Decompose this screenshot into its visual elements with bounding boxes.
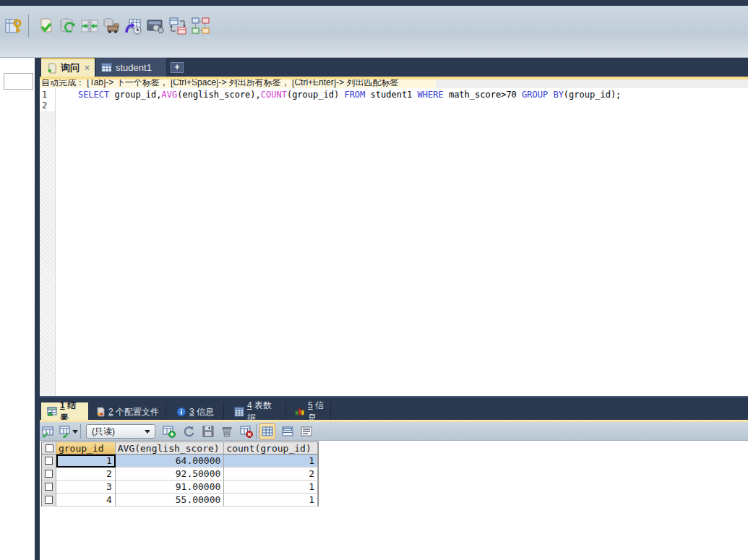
row-select-cell[interactable]: [42, 481, 56, 494]
export-dropdown-caret-icon[interactable]: [72, 430, 78, 434]
result-tab-table-data[interactable]: 4 表数据: [228, 402, 286, 421]
select-all-cell[interactable]: [42, 442, 56, 454]
export-resultset-button[interactable]: [41, 425, 54, 438]
sql-token: WHERE: [418, 90, 444, 100]
schema-sync-icon: [168, 17, 187, 35]
backup-database-icon: [102, 17, 121, 35]
panel-splitter[interactable]: [35, 58, 40, 560]
import-external-data-button[interactable]: [123, 16, 143, 36]
query-tab-label: 询问: [61, 61, 79, 74]
export-options-button[interactable]: [59, 425, 72, 438]
data-compare-icon: [80, 17, 99, 35]
row-checkbox[interactable]: [45, 470, 53, 478]
schema-designer-icon: [191, 17, 210, 35]
results-toolbar: (只读): [40, 422, 748, 441]
sql-token: (group_id);: [564, 90, 621, 100]
result-tab-num: 2: [108, 407, 113, 417]
grid-cell[interactable]: 1: [224, 494, 318, 507]
result-tab-profiles[interactable]: 2 个配置文件: [90, 402, 166, 421]
grid-view-icon: [261, 425, 274, 438]
sql-editor[interactable]: 1 2 SELECT group_id,AVG(english_score),C…: [40, 88, 748, 396]
new-connection-button[interactable]: [3, 16, 23, 36]
close-tab-icon[interactable]: ×: [83, 63, 90, 73]
form-view-toggle[interactable]: [280, 423, 296, 439]
results-toolbar-separator: [80, 424, 81, 439]
results-tab-bar: 1 结果 2 个配置文件 3 信息 4 表数据 5 信息: [40, 396, 748, 420]
table-row[interactable]: 3 91.00000 1: [42, 481, 318, 494]
refresh-database-button[interactable]: [58, 16, 78, 36]
schema-designer-button[interactable]: [190, 16, 210, 36]
grid-cell[interactable]: 92.50000: [116, 468, 225, 481]
sql-token: FROM: [344, 90, 365, 100]
tab-student1[interactable]: student1: [96, 58, 167, 77]
sql-token: (english_score),: [177, 90, 261, 100]
readonly-mode-value: (只读): [87, 426, 145, 438]
row-select-cell[interactable]: [42, 468, 56, 481]
schema-sync-button[interactable]: [168, 16, 188, 36]
object-filter-input[interactable]: [4, 73, 33, 90]
cancel-changes-icon: [240, 425, 253, 438]
column-header-avg-english-score[interactable]: AVG(english_score): [116, 442, 225, 454]
sql-token: SELECT: [78, 90, 109, 100]
gutter-hatch-pattern: [40, 111, 55, 396]
line-number-2: 2: [42, 100, 47, 111]
results-toolbar-separator: [256, 424, 257, 439]
sql-code-line-1[interactable]: SELECT group_id,AVG(english_score),COUNT…: [57, 90, 621, 100]
table-tab-icon: [101, 62, 112, 73]
result-tab-num: 4: [247, 400, 252, 410]
import-external-data-icon: [124, 17, 142, 35]
autocomplete-hint-bar: 自动完成： [Tab]-> 下一个标签， [Ctrl+Space]-> 列出所有…: [40, 77, 748, 88]
grid-cell[interactable]: 4: [56, 494, 116, 507]
execute-script-button[interactable]: [35, 16, 56, 36]
tab-query[interactable]: 询问 ×: [41, 58, 95, 77]
object-browser-panel: [0, 58, 35, 560]
backup-database-button[interactable]: [101, 16, 121, 36]
text-view-toggle[interactable]: [298, 423, 314, 439]
sql-token: math_score>70: [444, 90, 522, 100]
result-tab-info[interactable]: 5 信息: [289, 402, 331, 421]
table-export-menu-icon: [59, 425, 72, 438]
table-row[interactable]: 4 55.00000 1: [42, 494, 318, 507]
row-checkbox[interactable]: [45, 457, 53, 465]
row-select-cell[interactable]: [42, 455, 56, 468]
grid-cell[interactable]: 1: [224, 481, 318, 494]
grid-cell[interactable]: 2: [224, 468, 318, 481]
chart-icon: [295, 407, 305, 417]
column-header-group-id[interactable]: group_id: [56, 442, 116, 454]
select-all-checkbox[interactable]: [46, 444, 53, 452]
data-compare-button[interactable]: [79, 16, 100, 36]
job-scheduler-button[interactable]: [145, 16, 165, 36]
grid-cell[interactable]: 2: [56, 468, 116, 481]
job-scheduler-icon: [146, 17, 165, 35]
column-header-count-group-id[interactable]: count(group_id): [224, 442, 318, 454]
result-tab-messages[interactable]: 3 信息: [171, 402, 224, 421]
grid-cell[interactable]: 55.00000: [116, 494, 225, 507]
revert-changes-button[interactable]: [182, 425, 195, 438]
row-checkbox[interactable]: [45, 496, 53, 504]
grid-cell[interactable]: 64.00000: [116, 455, 225, 468]
grid-cell[interactable]: 1: [56, 455, 116, 468]
grid-cell[interactable]: 1: [224, 455, 318, 468]
result-tab-results[interactable]: 1 结果: [41, 402, 88, 421]
text-view-icon: [300, 425, 313, 438]
grid-cell[interactable]: 3: [56, 481, 116, 494]
table-row[interactable]: 2 92.50000 2: [42, 468, 318, 481]
cancel-changes-button[interactable]: [240, 425, 253, 438]
new-connection-icon: [4, 17, 22, 35]
readonly-mode-dropdown[interactable]: (只读): [86, 424, 155, 439]
table-row[interactable]: 1 64.00000 1: [42, 455, 318, 468]
info-icon: [176, 407, 186, 417]
grid-cell[interactable]: 91.00000: [116, 481, 225, 494]
result-grid: group_id AVG(english_score) count(group_…: [41, 441, 319, 507]
result-tab-num: 5: [308, 400, 313, 410]
save-changes-button[interactable]: [202, 425, 215, 438]
grid-view-toggle[interactable]: [259, 423, 275, 439]
add-row-button[interactable]: [163, 425, 176, 438]
row-checkbox[interactable]: [45, 483, 53, 491]
table-data-icon: [234, 407, 244, 417]
new-tab-button[interactable]: +: [171, 62, 184, 73]
delete-row-button[interactable]: [220, 425, 233, 438]
query-tab-icon: [46, 63, 57, 74]
row-select-cell[interactable]: [42, 494, 56, 507]
sql-token: AVG: [162, 90, 178, 100]
